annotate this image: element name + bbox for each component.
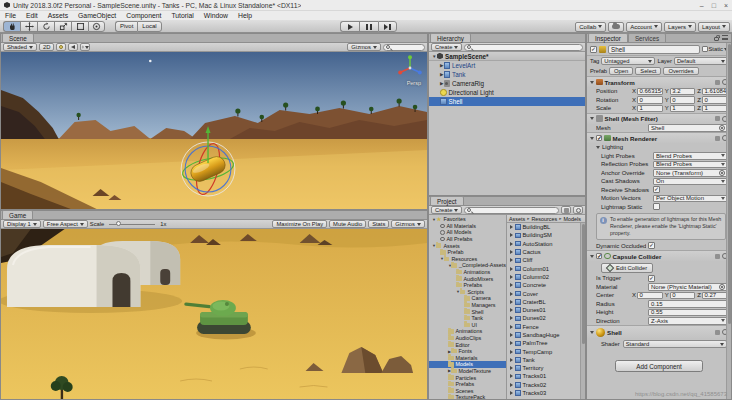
mesh-renderer-header[interactable]: ✓ Mesh Renderer bbox=[587, 133, 731, 143]
axis-y-field[interactable]: 0 bbox=[670, 96, 696, 104]
expand-arrow[interactable] bbox=[510, 225, 513, 229]
maximize-on-play-toggle[interactable]: Maximize On Play bbox=[272, 220, 327, 228]
asset-file-item[interactable]: CraterBL bbox=[507, 298, 585, 306]
project-filter-type-button[interactable] bbox=[561, 206, 571, 214]
center-z-field[interactable]: 0.27 bbox=[702, 292, 728, 300]
expand-arrow[interactable] bbox=[510, 292, 513, 296]
radius-field[interactable]: 0.15 bbox=[648, 300, 728, 308]
expand-arrow[interactable] bbox=[510, 350, 513, 354]
property-value[interactable]: ✓ bbox=[653, 186, 660, 193]
project-folder-item[interactable]: ▶ ModelTexture bbox=[429, 368, 506, 375]
transform-header[interactable]: Transform bbox=[587, 77, 731, 87]
draw-mode-dropdown[interactable]: Shaded bbox=[3, 43, 37, 51]
project-folder-item[interactable]: ▼ Favorites bbox=[429, 216, 506, 223]
foldout-icon[interactable] bbox=[590, 137, 594, 140]
step-button[interactable] bbox=[378, 21, 397, 32]
add-component-button[interactable]: Add Component bbox=[615, 360, 703, 372]
display-dropdown[interactable]: Display 1 bbox=[3, 220, 41, 228]
collab-button[interactable]: Collab bbox=[575, 22, 606, 32]
foldout-icon[interactable] bbox=[596, 146, 600, 149]
asset-file-item[interactable]: Tank bbox=[507, 356, 585, 364]
pan-tool-button[interactable] bbox=[3, 21, 20, 32]
project-folder-item[interactable]: Camera bbox=[429, 295, 506, 302]
lock-icon[interactable] bbox=[714, 37, 719, 41]
project-search-input[interactable] bbox=[464, 207, 559, 214]
asset-file-item[interactable]: Cliff bbox=[507, 256, 585, 264]
project-folder-item[interactable]: ▼ Assets bbox=[429, 242, 506, 249]
axis-x-field[interactable]: 0.6631544 bbox=[637, 88, 663, 96]
expand-arrow[interactable] bbox=[510, 391, 513, 395]
tab-scene[interactable]: Scene bbox=[2, 33, 34, 42]
expand-arrow[interactable]: ▶ bbox=[429, 368, 451, 373]
project-folder-item[interactable]: ▼ _Completed-Assets bbox=[429, 262, 506, 269]
menu-icon[interactable] bbox=[722, 35, 728, 40]
asset-file-item[interactable]: Dunes01 bbox=[507, 306, 585, 314]
property-value[interactable]: On bbox=[653, 178, 728, 186]
project-folder-item[interactable]: Particles bbox=[429, 374, 506, 381]
static-toggle[interactable]: Static bbox=[702, 46, 729, 52]
scene-lighting-toggle[interactable] bbox=[56, 43, 66, 51]
expand-arrow[interactable]: ▶ bbox=[429, 63, 444, 68]
project-folder-item[interactable]: Animations bbox=[429, 328, 506, 335]
prefab-overrides-button[interactable]: Overrides bbox=[663, 67, 698, 75]
rect-tool-button[interactable] bbox=[71, 21, 88, 32]
asset-file-item[interactable]: AutoStation bbox=[507, 240, 585, 248]
menu-item[interactable]: GameObject bbox=[73, 12, 121, 19]
asset-file-item[interactable]: Tracks01 bbox=[507, 372, 585, 380]
expand-arrow[interactable] bbox=[510, 250, 513, 254]
expand-arrow[interactable] bbox=[510, 300, 513, 304]
hierarchy-item[interactable]: ▶ Tank bbox=[429, 70, 585, 79]
local-toggle-button[interactable]: Local bbox=[137, 21, 161, 32]
scene-audio-toggle[interactable] bbox=[68, 43, 78, 51]
menu-item[interactable]: Assets bbox=[43, 12, 73, 19]
expand-arrow[interactable] bbox=[510, 275, 513, 279]
menu-item[interactable]: Edit bbox=[21, 12, 43, 19]
close-button[interactable]: × bbox=[724, 2, 728, 9]
asset-file-item[interactable]: PalmTree bbox=[507, 339, 585, 347]
project-filter-label-button[interactable] bbox=[573, 206, 583, 214]
cloud-button[interactable] bbox=[608, 22, 624, 32]
foldout-icon[interactable] bbox=[590, 117, 594, 120]
expand-arrow[interactable] bbox=[510, 374, 513, 378]
project-folder-item[interactable]: All Prefabs bbox=[429, 236, 506, 243]
pause-button[interactable] bbox=[359, 21, 378, 32]
minimize-button[interactable]: – bbox=[700, 2, 704, 9]
scrollbar-thumb[interactable] bbox=[582, 224, 586, 344]
expand-arrow[interactable] bbox=[510, 242, 513, 246]
layer-dropdown[interactable]: Default bbox=[674, 57, 728, 65]
hierarchy-item[interactable]: Directional Light bbox=[429, 88, 585, 97]
foldout-icon[interactable] bbox=[590, 81, 594, 84]
active-checkbox[interactable]: ✓ bbox=[590, 46, 597, 53]
dynamic-occluded-checkbox[interactable]: ✓ bbox=[648, 242, 655, 249]
expand-arrow[interactable]: ▼ bbox=[429, 289, 460, 294]
mute-audio-toggle[interactable]: Mute Audio bbox=[329, 220, 366, 228]
asset-file-item[interactable]: Territory bbox=[507, 364, 585, 372]
asset-file-item[interactable]: Column01 bbox=[507, 264, 585, 272]
expand-arrow[interactable] bbox=[510, 341, 513, 345]
expand-arrow[interactable]: ▼ bbox=[429, 256, 444, 261]
mesh-object-field[interactable]: Shell bbox=[648, 124, 728, 132]
expand-arrow[interactable]: ▶ bbox=[429, 349, 451, 354]
slider-knob[interactable] bbox=[116, 221, 121, 226]
hierarchy-item[interactable]: ▶ CameraRig bbox=[429, 79, 585, 88]
account-button[interactable]: Account bbox=[626, 22, 662, 32]
preset-icon[interactable] bbox=[715, 80, 720, 85]
center-x-field[interactable]: 0 bbox=[637, 292, 663, 300]
expand-arrow[interactable] bbox=[510, 283, 513, 287]
project-folder-item[interactable]: ▼ Resources bbox=[429, 256, 506, 263]
project-folder-item[interactable]: Materials bbox=[429, 354, 506, 361]
hierarchy-item[interactable]: ▶ LevelArt bbox=[429, 61, 585, 70]
expand-arrow[interactable]: ▶ bbox=[429, 81, 444, 86]
project-folder-item[interactable]: AudioMixers bbox=[429, 275, 506, 282]
tag-dropdown[interactable]: Untagged bbox=[601, 57, 655, 65]
lighting-foldout[interactable]: Lighting bbox=[587, 143, 731, 152]
project-folder-item[interactable]: ▼ Scripts bbox=[429, 289, 506, 296]
height-field[interactable]: 0.55 bbox=[648, 309, 728, 317]
asset-file-item[interactable]: Fence bbox=[507, 323, 585, 331]
project-folder-item[interactable]: Prefabs bbox=[429, 282, 506, 289]
play-button[interactable] bbox=[340, 21, 359, 32]
asset-file-item[interactable]: BuildingSM bbox=[507, 231, 585, 239]
asset-file-item[interactable]: Dunes02 bbox=[507, 314, 585, 322]
scene-gizmos-dropdown[interactable]: Gizmos bbox=[347, 43, 381, 51]
asset-file-item[interactable]: Cover bbox=[507, 289, 585, 297]
